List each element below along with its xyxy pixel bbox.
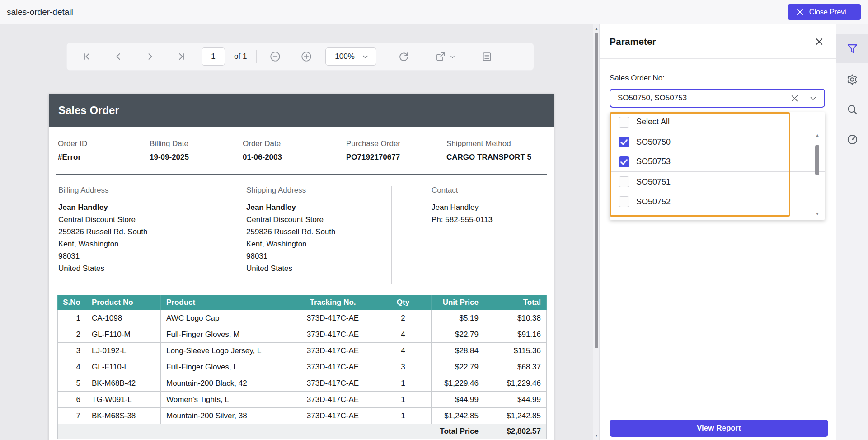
table-cell: 1	[375, 408, 432, 424]
table-row: 4GL-F110-LFull-Finger Gloves, L373D-417C…	[58, 359, 547, 375]
zoom-in-button[interactable]	[298, 48, 314, 65]
table-cell: 2	[375, 310, 432, 326]
page-setup-button[interactable]	[479, 48, 495, 65]
table-cell: BK-M68B-42	[86, 375, 161, 392]
table-cell: 5	[58, 375, 86, 392]
total-price-value: $2,802.57	[484, 424, 547, 439]
table-cell: $91.16	[484, 326, 547, 343]
table-cell: GL-F110-L	[86, 359, 161, 375]
dropdown-option[interactable]: SO50752	[610, 192, 825, 212]
table-total-row: Total Price $2,802.57	[58, 424, 547, 439]
gear-icon	[846, 73, 859, 86]
checkbox-unchecked-icon[interactable]	[619, 196, 629, 207]
checkbox-checked-icon[interactable]	[619, 137, 629, 147]
table-cell: TG-W091-L	[86, 392, 161, 408]
page-nav-group	[79, 48, 190, 65]
previous-page-button[interactable]	[110, 48, 127, 65]
order-field-value: 19-09-2025	[150, 153, 243, 162]
parameter-panel-header: Parameter	[600, 24, 836, 59]
previous-page-icon	[113, 51, 124, 62]
billing-address-block: Billing Address Jean Handley Central Dis…	[49, 186, 200, 284]
table-row: 1CA-1098AWC Logo Cap373D-417C-AE2$5.19$1…	[58, 310, 547, 326]
table-cell: $10.38	[484, 310, 547, 326]
sales-order-input[interactable]: SO50750, SO50753	[610, 89, 825, 108]
side-icon-strip	[836, 24, 868, 440]
checkbox-unchecked-icon[interactable]	[619, 176, 629, 187]
filter-tab-button[interactable]	[836, 34, 868, 63]
table-cell: 4	[58, 359, 86, 375]
main-area: 1 of 1 100%	[0, 24, 868, 440]
page-number-input[interactable]: 1	[202, 47, 225, 66]
dropdown-option[interactable]: SO50750	[610, 132, 825, 152]
address-line: Central Discount Store	[58, 213, 200, 226]
dropdown-option[interactable]: SO50753	[610, 152, 825, 172]
refresh-icon	[398, 51, 409, 62]
next-page-button[interactable]	[142, 48, 158, 65]
last-page-button[interactable]	[174, 48, 190, 65]
order-table-body: 1CA-1098AWC Logo Cap373D-417C-AE2$5.19$1…	[58, 310, 547, 424]
table-row: 2GL-F110-MFull-Finger Gloves, M373D-417C…	[58, 326, 547, 343]
gauge-tab-button[interactable]	[836, 125, 868, 154]
table-cell: $44.99	[484, 392, 547, 408]
table-cell: $115.36	[484, 343, 547, 359]
address-line: 259826 Russell Rd. South	[246, 226, 391, 238]
order-field-value: #Error	[58, 153, 150, 162]
scroll-up-icon[interactable]: ▲	[593, 27, 600, 31]
address-line: Kent, Washington	[58, 238, 200, 250]
zoom-level-select[interactable]: 100%	[325, 47, 376, 66]
table-cell: $68.37	[484, 359, 547, 375]
scroll-down-icon[interactable]: ▼	[814, 212, 821, 216]
table-header-cell: Qty	[375, 295, 432, 310]
settings-tab-button[interactable]	[836, 65, 868, 94]
toolbar-separator	[469, 50, 469, 63]
parameter-panel-close-button[interactable]	[815, 38, 823, 46]
dropdown-option-list: SO50750SO50753SO50751SO50752	[610, 132, 825, 212]
zoom-out-button[interactable]	[267, 48, 283, 65]
checkbox-unchecked-icon[interactable]	[619, 117, 629, 128]
order-field-value: 01-06-2003	[243, 153, 346, 162]
table-row: 6TG-W091-LWomen's Tights, L373D-417C-AE1…	[58, 392, 547, 408]
gauge-icon	[846, 133, 859, 146]
close-icon	[797, 9, 803, 15]
table-cell: 1	[58, 310, 86, 326]
checkbox-checked-icon[interactable]	[619, 156, 629, 167]
scroll-up-icon[interactable]: ▲	[814, 133, 821, 137]
address-line: 98031	[246, 250, 391, 262]
table-cell: Mountain-200 Black, 42	[161, 375, 291, 392]
table-cell: 373D-417C-AE	[291, 310, 375, 326]
dropdown-scrollbar-thumb[interactable]	[815, 145, 819, 175]
last-page-icon	[176, 51, 187, 62]
contact-label: Contact	[432, 186, 554, 195]
export-button[interactable]	[432, 48, 460, 65]
table-cell: GL-F110-M	[86, 326, 161, 343]
order-field-label: Shippment Method	[446, 139, 545, 148]
address-line: Kent, Washington	[246, 238, 391, 250]
contact-lines: Jean HandleyPh: 582-555-0113	[432, 201, 554, 226]
order-field-label: Purchase Order	[346, 139, 446, 148]
dropdown-chevron-icon[interactable]	[809, 95, 817, 102]
scroll-down-icon[interactable]: ▼	[593, 434, 600, 438]
next-page-icon	[145, 51, 155, 62]
view-report-button[interactable]: View Report	[610, 420, 828, 437]
close-preview-button[interactable]: Close Previ...	[788, 4, 861, 20]
export-icon	[435, 51, 446, 62]
dropdown-scrollbar[interactable]: ▲ ▼	[814, 133, 821, 216]
table-cell: $5.19	[432, 310, 484, 326]
search-tab-button[interactable]	[836, 95, 868, 124]
parameter-panel: Parameter Sales Order No: SO50750, SO507…	[599, 24, 836, 440]
order-field: Order Date01-06-2003	[243, 139, 346, 162]
first-page-button[interactable]	[79, 48, 95, 65]
refresh-button[interactable]	[396, 48, 412, 65]
document-icon	[481, 51, 493, 62]
report-scrollbar[interactable]: ▲ ▼	[593, 24, 599, 440]
total-price-label: Total Price	[58, 424, 484, 439]
clear-input-icon[interactable]	[791, 95, 798, 102]
dropdown-option[interactable]: SO50751	[610, 172, 825, 192]
scrollbar-thumb[interactable]	[595, 33, 598, 348]
zoom-level-value: 100%	[335, 52, 354, 61]
table-cell: Mountain-200 Silver, 38	[161, 408, 291, 424]
dropdown-option-select-all[interactable]: Select All	[610, 112, 825, 132]
table-header-row: S.NoProduct NoProductTracking No.QtyUnit…	[58, 295, 547, 310]
chevron-down-icon	[362, 53, 369, 60]
shipping-address-name: Jean Handley	[246, 201, 391, 213]
